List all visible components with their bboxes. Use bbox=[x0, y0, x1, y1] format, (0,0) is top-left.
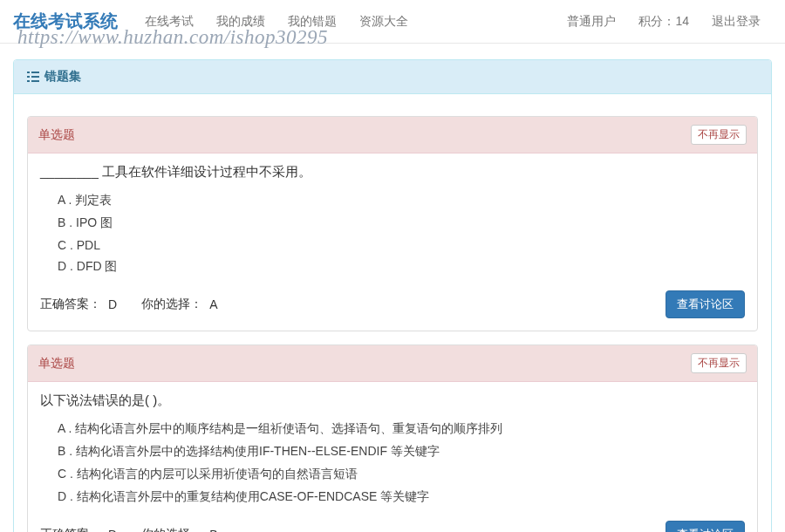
question-card: 单选题 不再显示 ________ 工具在软件详细设计过程中不采用。 A . 判… bbox=[27, 116, 758, 331]
svg-rect-0 bbox=[27, 72, 30, 73]
svg-rect-2 bbox=[27, 76, 30, 78]
nav-right: 普通用户 积分：14 退出登录 bbox=[556, 1, 772, 43]
question-footer: 正确答案： D 你的选择： A 查看讨论区 bbox=[28, 289, 757, 331]
dismiss-button[interactable]: 不再显示 bbox=[691, 125, 747, 145]
nav-wrong[interactable]: 我的错题 bbox=[276, 1, 348, 43]
nav-left: 在线考试 我的成绩 我的错题 资源大全 bbox=[133, 1, 556, 43]
panel-body: 单选题 不再显示 ________ 工具在软件详细设计过程中不采用。 A . 判… bbox=[14, 94, 771, 532]
question-option: D . DFD 图 bbox=[58, 256, 745, 278]
your-choice-value: A bbox=[209, 297, 217, 311]
top-navbar: 在线考试系统 在线考试 我的成绩 我的错题 资源大全 普通用户 积分：14 退出… bbox=[0, 0, 785, 44]
nav-points: 积分：14 bbox=[627, 1, 700, 43]
question-options: A . 结构化语言外层中的顺序结构是一组祈使语句、选择语句、重复语句的顺序排列B… bbox=[58, 418, 745, 508]
question-type-label: 单选题 bbox=[38, 127, 691, 143]
wrong-questions-panel: 错题集 单选题 不再显示 ________ 工具在软件详细设计过程中不采用。 A… bbox=[13, 59, 772, 532]
question-option: A . 判定表 bbox=[58, 189, 745, 212]
brand-logo[interactable]: 在线考试系统 bbox=[13, 10, 118, 33]
question-header: 单选题 不再显示 bbox=[28, 345, 757, 382]
main-container: 错题集 单选题 不再显示 ________ 工具在软件详细设计过程中不采用。 A… bbox=[0, 59, 785, 532]
panel-heading: 错题集 bbox=[14, 60, 771, 94]
correct-answer-label: 正确答案： bbox=[40, 527, 101, 532]
view-discussion-button[interactable]: 查看讨论区 bbox=[666, 521, 745, 532]
list-icon bbox=[27, 72, 39, 82]
svg-rect-4 bbox=[27, 80, 30, 82]
your-choice-label: 你的选择： bbox=[141, 527, 202, 532]
correct-answer-value: D bbox=[108, 297, 117, 311]
nav-grades[interactable]: 我的成绩 bbox=[205, 1, 276, 43]
question-option: D . 结构化语言外层中的重复结构使用CASE-OF-ENDCASE 等关键字 bbox=[58, 486, 745, 508]
nav-logout[interactable]: 退出登录 bbox=[700, 1, 772, 43]
svg-rect-3 bbox=[31, 76, 39, 78]
question-option: C . 结构化语言的内层可以采用祈使语句的自然语言短语 bbox=[58, 463, 745, 486]
panel-title: 错题集 bbox=[44, 69, 81, 85]
points-value: 14 bbox=[675, 14, 689, 28]
question-type-label: 单选题 bbox=[38, 356, 691, 372]
nav-resources[interactable]: 资源大全 bbox=[348, 1, 420, 43]
question-footer: 正确答案： D 你的选择： B 查看讨论区 bbox=[28, 519, 757, 532]
question-stem: ________ 工具在软件详细设计过程中不采用。 bbox=[40, 164, 745, 181]
points-label: 积分： bbox=[638, 14, 675, 28]
question-option: B . 结构化语言外层中的选择结构使用IF-THEN--ELSE-ENDIF 等… bbox=[58, 440, 745, 463]
your-choice-label: 你的选择： bbox=[141, 297, 202, 312]
svg-rect-5 bbox=[31, 80, 39, 82]
question-stem: 以下说法错误的是( )。 bbox=[40, 392, 745, 409]
view-discussion-button[interactable]: 查看讨论区 bbox=[666, 290, 745, 318]
correct-answer-value: D bbox=[108, 528, 117, 532]
dismiss-button[interactable]: 不再显示 bbox=[691, 353, 747, 373]
svg-rect-1 bbox=[31, 72, 39, 73]
question-option: A . 结构化语言外层中的顺序结构是一组祈使语句、选择语句、重复语句的顺序排列 bbox=[58, 418, 745, 440]
nav-exam[interactable]: 在线考试 bbox=[133, 1, 205, 43]
correct-answer-label: 正确答案： bbox=[40, 297, 101, 312]
question-options: A . 判定表B . IPO 图C . PDLD . DFD 图 bbox=[58, 189, 745, 278]
question-body: 以下说法错误的是( )。 A . 结构化语言外层中的顺序结构是一组祈使语句、选择… bbox=[28, 382, 757, 519]
question-header: 单选题 不再显示 bbox=[28, 117, 757, 153]
question-option: C . PDL bbox=[58, 235, 745, 256]
question-option: B . IPO 图 bbox=[58, 212, 745, 235]
question-body: ________ 工具在软件详细设计过程中不采用。 A . 判定表B . IPO… bbox=[28, 153, 757, 289]
question-card: 单选题 不再显示 以下说法错误的是( )。 A . 结构化语言外层中的顺序结构是… bbox=[27, 344, 758, 532]
nav-user-role[interactable]: 普通用户 bbox=[556, 1, 627, 43]
your-choice-value: B bbox=[209, 528, 217, 532]
